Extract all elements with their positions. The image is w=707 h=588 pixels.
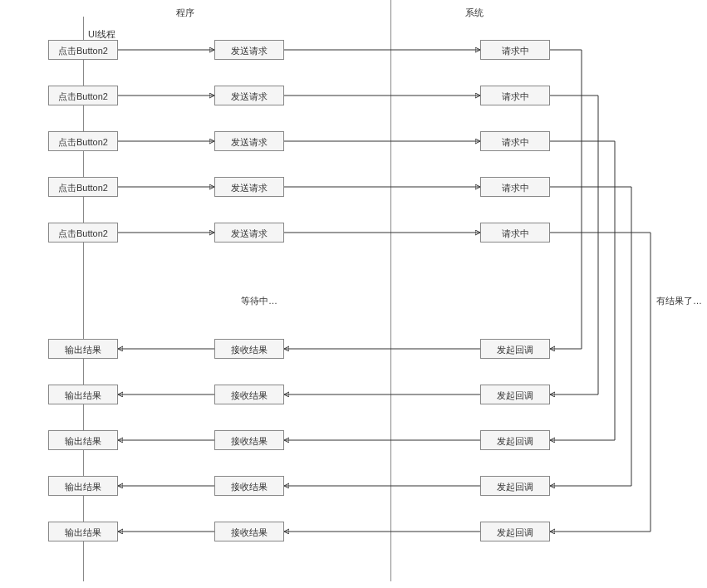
output-box-2: 输出结果: [48, 430, 118, 450]
click-box-4: 点击Button2: [48, 223, 118, 243]
callback-box-4: 发起回调: [480, 522, 550, 541]
header-ui-thread: UI线程: [88, 28, 115, 41]
label-waiting: 等待中…: [241, 295, 277, 307]
click-box-2: 点击Button2: [48, 131, 118, 151]
status-box-1: 请求中: [480, 86, 550, 105]
output-box-1: 输出结果: [48, 385, 118, 404]
status-box-0: 请求中: [480, 40, 550, 60]
click-box-3: 点击Button2: [48, 177, 118, 197]
callback-box-3: 发起回调: [480, 476, 550, 496]
send-box-0: 发送请求: [214, 40, 284, 60]
status-box-4: 请求中: [480, 223, 550, 243]
header-system: 系统: [465, 7, 484, 19]
click-box-0: 点击Button2: [48, 40, 118, 60]
receive-box-4: 接收结果: [214, 522, 284, 541]
output-box-4: 输出结果: [48, 522, 118, 541]
header-program: 程序: [176, 7, 194, 19]
output-box-0: 输出结果: [48, 339, 118, 359]
callback-box-1: 发起回调: [480, 385, 550, 404]
receive-box-3: 接收结果: [214, 476, 284, 496]
receive-box-0: 接收结果: [214, 339, 284, 359]
send-box-3: 发送请求: [214, 177, 284, 197]
status-box-2: 请求中: [480, 131, 550, 151]
click-box-1: 点击Button2: [48, 86, 118, 105]
callback-box-0: 发起回调: [480, 339, 550, 359]
label-have-result: 有结果了…: [656, 295, 702, 307]
flow-diagram: 程序 系统 UI线程 等待中… 有结果了… 点击Button2发送请求请求中点击…: [0, 0, 707, 588]
send-box-2: 发送请求: [214, 131, 284, 151]
system-lane: [390, 0, 391, 581]
output-box-3: 输出结果: [48, 476, 118, 496]
status-box-3: 请求中: [480, 177, 550, 197]
receive-box-1: 接收结果: [214, 385, 284, 404]
send-box-4: 发送请求: [214, 223, 284, 243]
send-box-1: 发送请求: [214, 86, 284, 105]
receive-box-2: 接收结果: [214, 430, 284, 450]
callback-box-2: 发起回调: [480, 430, 550, 450]
